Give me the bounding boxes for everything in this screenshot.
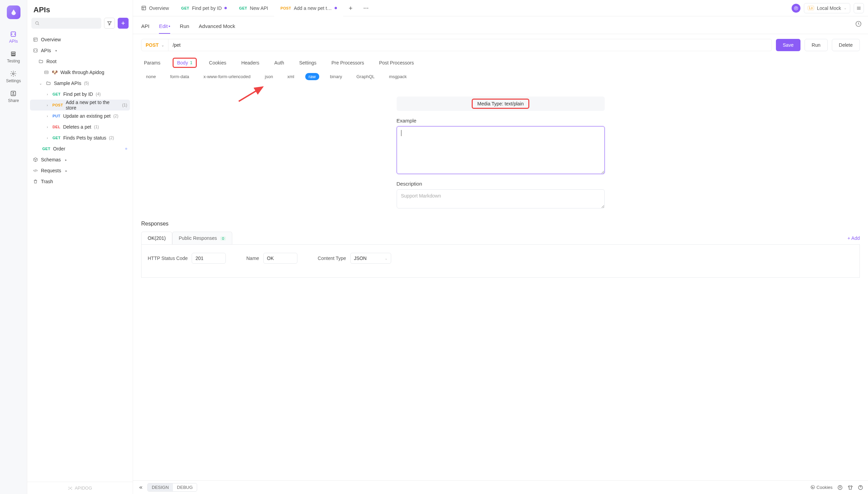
rail-apis[interactable]: APIs: [6, 27, 21, 47]
tree-count: (4): [96, 92, 101, 97]
cookies-button[interactable]: Cookies: [810, 485, 833, 490]
add-button[interactable]: [118, 18, 129, 29]
rail-testing[interactable]: Testing: [6, 47, 21, 67]
body-type-raw[interactable]: raw: [305, 73, 319, 80]
tree-schemas[interactable]: Schemas ▸: [30, 154, 130, 165]
method-select[interactable]: POST ⌄: [141, 39, 168, 51]
tree-label: Sample APIs: [54, 81, 81, 86]
body-type-none[interactable]: none: [143, 73, 159, 80]
sub-tabs: APIEditRunAdvanced Mock: [133, 16, 868, 34]
response-fields: HTTP Status Code 201 Name OK Content Typ…: [141, 244, 860, 278]
tree-requests[interactable]: Requests ▸: [30, 165, 130, 176]
sidebar-footer-brand: APIDOG: [27, 482, 133, 494]
tree-endpoint[interactable]: ›GETFind pet by ID(4): [30, 89, 130, 100]
svg-rect-10: [34, 38, 38, 42]
req-tab-auth[interactable]: Auth: [271, 59, 287, 67]
tree-endpoint-order[interactable]: GET Order: [30, 143, 130, 154]
description-label: Description: [397, 181, 605, 187]
body-type-xml[interactable]: xml: [284, 73, 297, 80]
svg-point-15: [70, 488, 71, 489]
menu-button[interactable]: [854, 3, 864, 13]
tree-overview[interactable]: Overview: [30, 34, 130, 45]
upload-icon[interactable]: [837, 485, 843, 490]
subtab-api[interactable]: API: [141, 23, 149, 34]
status-code-input[interactable]: 201: [192, 253, 226, 264]
tree-endpoint[interactable]: ›DELDeletes a pet(1): [30, 121, 130, 132]
shirt-icon[interactable]: [848, 485, 853, 490]
tab[interactable]: POSTAdd a new pet t…: [274, 0, 343, 16]
tab-overflow-menu[interactable]: [358, 0, 374, 16]
tree-trash[interactable]: Trash: [30, 176, 130, 187]
add-response-button[interactable]: + Add: [848, 235, 860, 241]
arrows-icon: [33, 168, 38, 173]
req-tab-body[interactable]: Body1: [173, 58, 197, 68]
tab-bar: OverviewGETFind pet by IDGETNew APIPOSTA…: [133, 0, 868, 16]
tab[interactable]: Overview: [135, 0, 175, 16]
search-input[interactable]: [31, 18, 101, 29]
delete-button[interactable]: Delete: [832, 39, 860, 51]
method-badge: GET: [53, 92, 61, 96]
req-tab-headers[interactable]: Headers: [238, 59, 262, 67]
run-button[interactable]: Run: [805, 39, 828, 51]
content-type-select[interactable]: JSON ⌄: [350, 253, 391, 264]
body-type-x-www-form-urlencoded[interactable]: x-www-form-urlencoded: [200, 73, 254, 80]
folder-icon: [38, 59, 44, 64]
tree-label: Schemas: [41, 157, 61, 162]
body-type-msgpack[interactable]: msgpack: [385, 73, 410, 80]
refresh-button[interactable]: [855, 20, 862, 27]
tree-label: Root: [46, 59, 57, 64]
response-tab-ok[interactable]: OK(201): [141, 232, 172, 244]
req-tab-cookies[interactable]: Cookies: [206, 59, 229, 67]
tree-label: APIs: [41, 48, 51, 53]
req-tab-settings[interactable]: Settings: [296, 59, 319, 67]
save-button[interactable]: Save: [776, 39, 800, 51]
tree-apis-root[interactable]: APIs ▾: [30, 45, 130, 56]
tree-endpoint[interactable]: ›PUTUpdate an existing pet(2): [30, 111, 130, 121]
filter-button[interactable]: [104, 18, 115, 29]
svg-line-7: [38, 24, 39, 25]
chevron-right-icon: ›: [45, 103, 50, 107]
chevron-down-icon: ⌄: [844, 6, 847, 10]
environment-select[interactable]: Lo Local Mock ⌄: [804, 3, 850, 13]
body-type-json[interactable]: json: [262, 73, 277, 80]
media-type-box[interactable]: Media Type: text/plain: [397, 97, 605, 111]
svg-point-6: [35, 21, 38, 24]
tree-endpoint[interactable]: ›GETFinds Pets by status(2): [30, 132, 130, 143]
mode-design[interactable]: DESIGN: [148, 483, 173, 491]
count-badge: 1: [190, 60, 192, 65]
tree-endpoint[interactable]: ›POSTAdd a new pet to the store(1): [30, 100, 130, 111]
url-input[interactable]: /pet: [168, 39, 772, 51]
req-tab-post-processors[interactable]: Post Processors: [376, 59, 416, 67]
body-type-form-data[interactable]: form-data: [167, 73, 193, 80]
tab-label: Overview: [149, 5, 169, 11]
collapse-button[interactable]: [138, 485, 143, 490]
body-type-GraphQL[interactable]: GraphQL: [353, 73, 378, 80]
svg-point-37: [812, 488, 812, 488]
mode-debug[interactable]: DEBUG: [173, 483, 197, 491]
example-textarea[interactable]: [397, 126, 605, 174]
response-name-input[interactable]: OK: [263, 253, 297, 264]
svg-point-27: [367, 8, 368, 8]
rail-share[interactable]: Share: [6, 87, 21, 106]
req-tab-params[interactable]: Params: [141, 59, 163, 67]
tree-count: (5): [84, 81, 89, 86]
tree-walkthrough[interactable]: 🐶 Walk through Apidog: [30, 67, 130, 78]
media-type-highlight: Media Type: text/plain: [472, 99, 530, 109]
help-icon[interactable]: [858, 485, 863, 490]
main-panel: OverviewGETFind pet by IDGETNew APIPOSTA…: [133, 0, 868, 494]
tab[interactable]: GETNew API: [233, 0, 274, 16]
tree-folder-root[interactable]: Root: [30, 56, 130, 67]
tree-folder-sample[interactable]: ⌄ Sample APIs (5): [30, 78, 130, 89]
subtab-edit[interactable]: Edit: [159, 23, 170, 34]
description-textarea[interactable]: Support Markdown: [397, 189, 605, 208]
compass-button[interactable]: [792, 4, 800, 13]
new-tab-button[interactable]: [343, 0, 358, 16]
tab[interactable]: GETFind pet by ID: [175, 0, 233, 16]
dog-emoji: 🐶: [52, 70, 58, 75]
req-tab-pre-processors[interactable]: Pre Processors: [329, 59, 367, 67]
body-type-binary[interactable]: binary: [327, 73, 345, 80]
response-tab-public[interactable]: Public Responses 0: [172, 232, 232, 244]
rail-settings[interactable]: Settings: [6, 67, 21, 87]
subtab-advanced-mock[interactable]: Advanced Mock: [199, 23, 235, 34]
subtab-run[interactable]: Run: [180, 23, 189, 34]
